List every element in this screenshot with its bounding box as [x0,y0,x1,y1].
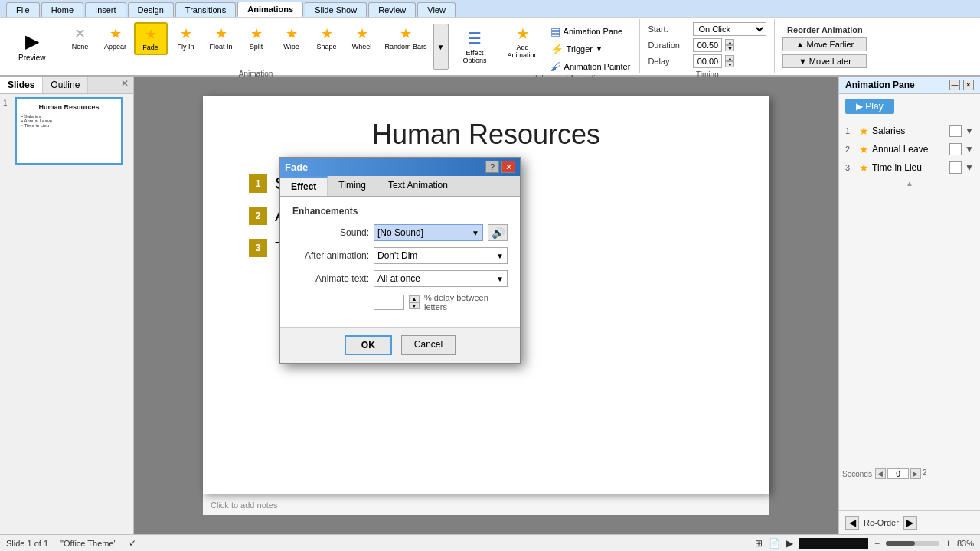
sound-select[interactable]: [No Sound] ▼ [374,224,483,241]
zoom-level: 83% [957,539,974,548]
dialog-tabs: Effect Timing Text Animation [280,176,520,197]
timing-delay-input[interactable] [693,54,722,68]
notes-placeholder[interactable]: Click to add notes [203,494,769,515]
anim-appear[interactable]: ★ Appear [99,22,132,54]
anim-wheel[interactable]: ★ Wheel [345,22,379,54]
dialog-ok-button[interactable]: OK [345,335,392,355]
preview-group: ▶ Preview [5,19,60,73]
tab-review[interactable]: Review [368,2,416,17]
timing-duration-spinner[interactable]: ▲ ▼ [725,39,734,51]
animation-pane-button[interactable]: ▤ Animation Pane [546,24,635,39]
dialog-tab-effect[interactable]: Effect [280,176,328,196]
anim-random-bars[interactable]: ★ Random Bars [381,22,432,54]
anim-item-2-box [949,143,962,155]
zoom-bar[interactable] [886,541,939,546]
status-bar: Slide 1 of 1 "Office Theme" ✓ ⊞ 📄 ▶ − + … [0,534,980,551]
animation-painter-button[interactable]: 🖌 Animation Painter [546,59,635,74]
reorder-group: Reorder Animation ▲ Move Earlier ▼ Move … [775,19,874,73]
dialog-footer: OK Cancel [280,327,520,363]
trigger-button[interactable]: ⚡ Trigger ▼ [546,41,635,57]
animation-list: 1 ★ Salaries ▼ 2 ★ Annual Leave ▼ 3 ★ Ti… [839,119,980,465]
preview-button[interactable]: ▶ Preview [12,19,52,73]
delay-spinner[interactable]: ▲ ▼ [409,295,420,309]
timing-start-select[interactable]: On Click With Previous After Previous [693,22,766,36]
ribbon-container: File Home Insert Design Transitions Anim… [0,0,980,77]
after-animation-select[interactable]: Don't Dim ▼ [374,247,508,264]
anim-item-1-arrow[interactable]: ▼ [965,126,974,136]
move-later-button[interactable]: ▼ Move Later [782,54,867,68]
play-button[interactable]: ▶ Play [845,99,894,114]
timing-delay-spinner[interactable]: ▲ ▼ [725,55,734,67]
anim-split[interactable]: ★ Split [240,22,273,54]
dialog-tab-text-animation[interactable]: Text Animation [377,176,459,196]
tab-view[interactable]: View [417,2,456,17]
tab-home[interactable]: Home [41,2,83,17]
dialog-help-button[interactable]: ? [485,161,499,173]
dialog-tab-timing[interactable]: Timing [328,176,377,196]
ribbon-tabs-row: File Home Insert Design Transitions Anim… [0,0,980,17]
view-reading[interactable]: 📄 [769,538,780,549]
spell-check-icon[interactable]: ✓ [129,538,136,549]
tab-slides[interactable]: Slides [0,77,43,93]
anim-item-2[interactable]: 2 ★ Annual Leave ▼ [842,141,977,158]
more-animations-button[interactable]: ▼ [433,24,449,70]
timeline-scroll-left[interactable]: ◀ [875,468,886,479]
reorder-left-button[interactable]: ◀ [845,516,859,530]
timing-start-label: Start: [648,24,690,34]
tab-slideshow[interactable]: Slide Show [305,2,367,17]
anim-item-2-icon: ★ [859,143,869,155]
effect-options-button[interactable]: ☰ EffectOptions [457,26,493,67]
add-animation-button[interactable]: ★ AddAnimation [503,22,543,61]
sound-play-button[interactable]: 🔊 [488,224,508,241]
anim-fade[interactable]: ★ Fade [134,22,168,55]
anim-wipe[interactable]: ★ Wipe [275,22,309,54]
tab-animations[interactable]: Animations [237,2,303,17]
advanced-animation-group: ★ AddAnimation ▤ Animation Pane ⚡ Trigge… [498,19,641,73]
anim-item-1[interactable]: 1 ★ Salaries ▼ [842,122,977,139]
timeline-area: Seconds ◀ ▶ 2 [839,465,980,510]
zoom-in-button[interactable]: + [946,538,951,549]
anim-none[interactable]: ✕ None [64,22,97,54]
slide-canvas[interactable]: Human Resources 1 Salaries 2 Annual Lea.… [203,96,769,494]
dialog-close-button[interactable]: ✕ [501,161,515,173]
zoom-out-button[interactable]: − [874,538,880,549]
tab-insert[interactable]: Insert [85,2,126,17]
anim-shape[interactable]: ★ Shape [310,22,344,54]
animation-pane-minimize[interactable]: — [949,80,960,90]
anim-float-in[interactable]: ★ Float In [204,22,238,54]
after-animation-row: After animation: Don't Dim ▼ [292,247,508,264]
view-slideshow[interactable]: ▶ [786,538,793,549]
anim-item-3-num: 3 [845,163,856,172]
anim-fly-in[interactable]: ★ Fly In [169,22,203,54]
reorder-title: Reorder Animation [787,25,863,34]
dialog-titlebar: Fade ? ✕ [280,158,520,176]
anim-indicator: ▲ [842,179,977,187]
anim-item-1-icon: ★ [859,125,869,137]
delay-label: % delay between letters [424,293,508,311]
timeline-scroll-right[interactable]: ▶ [910,468,921,479]
anim-item-3-arrow[interactable]: ▼ [965,162,974,173]
left-panel-close[interactable]: ✕ [116,77,133,93]
reorder-right-button[interactable]: ▶ [903,516,917,530]
main-layout: Slides Outline ✕ 1 Human Resources • Sal… [0,77,980,534]
tab-design[interactable]: Design [128,2,174,17]
tab-outline[interactable]: Outline [43,77,88,93]
delay-input[interactable] [374,295,404,310]
anim-item-2-arrow[interactable]: ▼ [965,144,974,155]
timing-duration-input[interactable] [693,38,722,52]
timing-group: Start: On Click With Previous After Prev… [640,19,775,73]
anim-item-3-icon: ★ [859,161,869,174]
slide-1-item[interactable]: 1 Human Resources • Salaries • Annual Le… [3,97,130,165]
tab-file[interactable]: File [6,2,40,17]
effect-options-group: ☰ EffectOptions [452,19,498,73]
view-normal[interactable]: ⊞ [755,538,763,549]
dialog-cancel-button[interactable]: Cancel [401,335,456,355]
anim-item-2-name: Annual Leave [872,144,946,155]
left-panel: Slides Outline ✕ 1 Human Resources • Sal… [0,77,134,534]
animation-pane-play-row: ▶ Play [839,94,980,119]
anim-item-3[interactable]: 3 ★ Time in Lieu ▼ [842,159,977,176]
tab-transitions[interactable]: Transitions [175,2,236,17]
animation-pane-close-button[interactable]: ✕ [963,80,974,90]
move-earlier-button[interactable]: ▲ Move Earlier [782,37,867,51]
animate-text-select[interactable]: All at once ▼ [374,270,508,287]
